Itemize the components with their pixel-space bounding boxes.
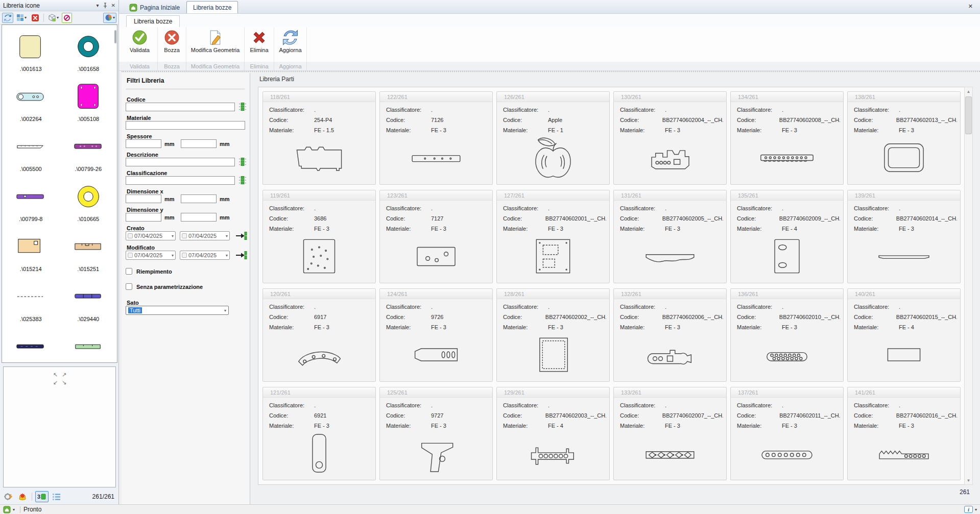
- part-card[interactable]: 123/261Classificatore:.Codice:7127Materi…: [379, 190, 493, 283]
- modificato-range-icon[interactable]: [235, 251, 247, 260]
- part-card[interactable]: 140/261Classificatore:.Codice:BB27740602…: [847, 288, 961, 382]
- export-pack-icon[interactable]: [16, 491, 29, 502]
- spessore-max-input[interactable]: [181, 139, 217, 148]
- library-icon-item[interactable]: .\002264: [2, 75, 60, 125]
- part-card[interactable]: 137/261Classificatore:.Codice:BB27740602…: [730, 387, 844, 480]
- part-card[interactable]: 141/261Classificatore:.Codice:BB27740602…: [847, 387, 961, 480]
- regenerate-icon[interactable]: [2, 491, 14, 502]
- chevron-down-icon[interactable]: ▾: [975, 507, 977, 512]
- modificato-a-datepicker[interactable]: 07/04/2025 ▾: [180, 251, 230, 260]
- spessore-min-input[interactable]: [126, 139, 161, 148]
- scroll-up-icon[interactable]: ▲: [965, 87, 972, 95]
- scrollbar-thumb[interactable]: [965, 96, 972, 134]
- date-checkbox[interactable]: [182, 233, 187, 238]
- part-card[interactable]: 125/261Classificatore:.Codice:9727Materi…: [379, 387, 493, 480]
- part-card[interactable]: 131/261Classificatore:.Codice:BB27740602…: [613, 190, 727, 283]
- tab-libreria-bozze[interactable]: Libreria bozze: [186, 1, 238, 13]
- part-card[interactable]: 133/261Classificatore:.Codice:BB27740602…: [613, 387, 727, 480]
- library-icon-item[interactable]: .\029440: [60, 275, 117, 325]
- library-icon-item[interactable]: .\00799-26: [60, 125, 117, 175]
- part-card[interactable]: 129/261Classificatore:.Codice:BB27740602…: [496, 387, 610, 480]
- render-mode-button[interactable]: ▾: [103, 13, 116, 23]
- tab-pagina-iniziale[interactable]: Pagina Iniziale: [123, 1, 186, 13]
- refresh-library-button[interactable]: [2, 13, 13, 23]
- ribbon-button-elimina[interactable]: Elimina: [245, 27, 274, 62]
- clear-filter-button[interactable]: [30, 13, 41, 23]
- part-card[interactable]: 119/261Classificatore:.Codice:3686Materi…: [262, 190, 376, 283]
- part-card[interactable]: 139/261Classificatore:.Codice:BB27740602…: [847, 190, 961, 283]
- icon-list-scrollbar[interactable]: [114, 26, 116, 362]
- scrollbar-thumb[interactable]: [114, 30, 116, 43]
- close-document-icon[interactable]: ✕: [968, 3, 973, 10]
- part-card[interactable]: 124/261Classificatore:.Codice:9726Materi…: [379, 288, 493, 382]
- ribbon-button-validata[interactable]: Validata: [122, 27, 158, 62]
- date-checkbox[interactable]: [182, 253, 187, 258]
- chevron-down-icon[interactable]: ▾: [13, 507, 15, 512]
- library-icon-item[interactable]: .\001658: [60, 25, 117, 75]
- view-3d-button[interactable]: ▾: [46, 13, 60, 23]
- library-icon-item[interactable]: .\025383: [2, 275, 60, 325]
- classificazione-list-icon[interactable]: [238, 176, 247, 185]
- library-icon-item[interactable]: .\010665: [60, 175, 117, 225]
- info-icon[interactable]: i: [964, 506, 973, 513]
- part-card[interactable]: 135/261Classificatore:.Codice:BB27740602…: [730, 190, 844, 283]
- library-icon-item[interactable]: .\029441: [2, 325, 60, 363]
- part-card[interactable]: 127/261Classificatore:.Codice:BB27740602…: [496, 190, 610, 283]
- riempimento-checkbox[interactable]: [126, 268, 132, 275]
- scroll-down-icon[interactable]: ▼: [965, 476, 972, 484]
- classificazione-input[interactable]: [126, 176, 235, 185]
- codice-list-icon[interactable]: [238, 102, 247, 111]
- codice-input[interactable]: [126, 103, 235, 111]
- parts-scrollbar[interactable]: ▲ ▼: [964, 87, 973, 485]
- part-card[interactable]: 130/261Classificatore:.Codice:BB27740602…: [613, 91, 727, 185]
- creato-a-datepicker[interactable]: 07/04/2025 ▾: [180, 231, 230, 240]
- library-icon-item[interactable]: .\015251: [60, 225, 117, 275]
- part-card[interactable]: 138/261Classificatore:.Codice:BB27740602…: [847, 91, 961, 185]
- icon-view-mode-button[interactable]: 3: [35, 491, 49, 502]
- materiale-input[interactable]: [126, 121, 245, 130]
- panel-menu-icon[interactable]: ▾: [97, 3, 99, 8]
- descrizione-list-icon[interactable]: [238, 157, 247, 166]
- white-thin-strip-icon: [15, 132, 46, 164]
- modificato-da-datepicker[interactable]: 07/04/2025 ▾: [126, 251, 176, 260]
- senza-parametrizzazione-checkbox[interactable]: [126, 283, 132, 290]
- view-thumbnails-button[interactable]: ▾: [15, 13, 28, 23]
- toggle-sync-button[interactable]: [62, 13, 72, 23]
- library-icon-item[interactable]: .\029442: [60, 325, 117, 363]
- home-icon[interactable]: [3, 506, 11, 513]
- sato-select[interactable]: Tutti ▾: [126, 306, 229, 315]
- ribbon-button-modifica-geometria[interactable]: Modifica Geometria: [186, 27, 245, 62]
- library-icon-item[interactable]: .\015214: [2, 225, 60, 275]
- date-checkbox[interactable]: [128, 253, 133, 258]
- part-card[interactable]: 132/261Classificatore:.Codice:BB27740602…: [613, 288, 727, 382]
- part-card[interactable]: 136/261Classificatore:.Codice:BB27740602…: [730, 288, 844, 382]
- part-card-number: 131/261: [614, 190, 726, 201]
- ribbon-tabrow: Libreria bozze: [119, 14, 980, 27]
- ribbon-tab-libreria-bozze[interactable]: Libreria bozze: [126, 15, 180, 27]
- part-card[interactable]: 122/261Classificatore:.Codice:7126Materi…: [379, 91, 493, 185]
- part-card[interactable]: 118/261Classificatore:.Codice:254-P4Mate…: [262, 91, 376, 185]
- part-card[interactable]: 121/261Classificatore:.Codice:6921Materi…: [262, 387, 376, 480]
- part-drawing-square-frame: [497, 329, 609, 380]
- dimensione-y-max-input[interactable]: [181, 213, 217, 222]
- creato-range-icon[interactable]: [235, 231, 247, 240]
- part-card[interactable]: 134/261Classificatore:.Codice:BB27740602…: [730, 91, 844, 185]
- part-card[interactable]: 120/261Classificatore:.Codice:6917Materi…: [262, 288, 376, 382]
- library-icon-item[interactable]: .\005108: [60, 75, 117, 125]
- dimensione-x-max-input[interactable]: [181, 194, 217, 203]
- library-icon-item[interactable]: .\001613: [2, 25, 60, 75]
- part-card[interactable]: 128/261Classificatore:.Codice:BB27740602…: [496, 288, 610, 382]
- part-card[interactable]: 126/261Classificatore:.Codice:AppleMater…: [496, 91, 610, 185]
- descrizione-input[interactable]: [126, 158, 235, 166]
- creato-da-datepicker[interactable]: 07/04/2025 ▾: [126, 231, 176, 240]
- dimensione-y-min-input[interactable]: [126, 213, 161, 222]
- close-icon[interactable]: ✕: [111, 3, 115, 8]
- list-view-mode-button[interactable]: [51, 491, 63, 502]
- pin-icon[interactable]: [103, 3, 108, 9]
- ribbon-button-aggiorna[interactable]: Aggiorna: [274, 27, 307, 62]
- dimensione-x-min-input[interactable]: [126, 194, 161, 203]
- library-icon-item[interactable]: .\005500: [2, 125, 60, 175]
- date-checkbox[interactable]: [128, 233, 133, 238]
- ribbon-button-bozza[interactable]: Bozza: [158, 27, 186, 62]
- library-icon-item[interactable]: .\00799-8: [2, 175, 60, 225]
